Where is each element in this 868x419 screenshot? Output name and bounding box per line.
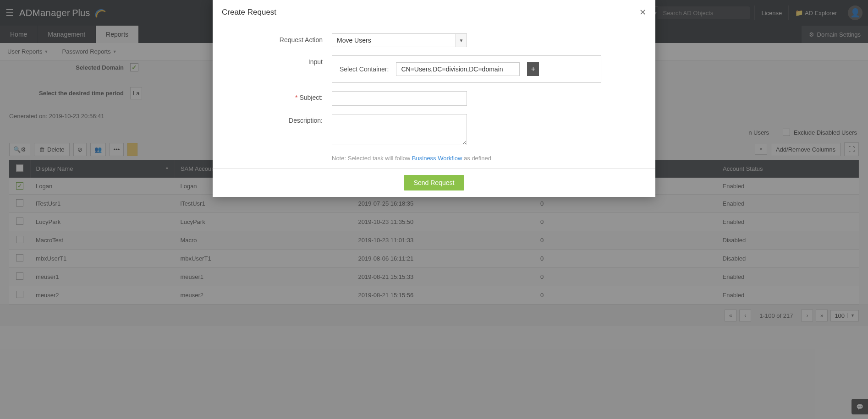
subject-input[interactable]	[332, 91, 467, 106]
modal-overlay: Create Request ✕ Request Action Move Use…	[0, 0, 868, 419]
select-container-label: Select Container:	[340, 65, 389, 73]
business-workflow-link[interactable]: Business Workflow	[412, 155, 462, 162]
modal-footer: Send Request	[213, 168, 655, 197]
request-action-select[interactable]: Move Users ▼	[332, 33, 467, 47]
note-suffix: as defined	[462, 155, 491, 162]
note-prefix: Note: Selected task will follow	[332, 155, 412, 162]
input-row: Input Select Container: CN=Users,DC=divi…	[231, 55, 637, 83]
modal-body: Request Action Move Users ▼ Input Select…	[213, 24, 655, 168]
modal-header: Create Request ✕	[213, 0, 655, 24]
request-action-row: Request Action Move Users ▼	[231, 33, 637, 47]
description-row: Description:	[231, 114, 637, 147]
request-action-value: Move Users	[332, 33, 456, 47]
workflow-note: Note: Selected task will follow Business…	[332, 155, 637, 162]
create-request-modal: Create Request ✕ Request Action Move Use…	[213, 0, 655, 197]
chevron-down-icon: ▼	[456, 33, 467, 47]
subject-label: *Subject:	[231, 91, 332, 101]
input-label: Input	[231, 55, 332, 65]
add-container-button[interactable]: +	[527, 62, 539, 76]
description-textarea[interactable]	[332, 114, 467, 145]
request-action-label: Request Action	[231, 33, 332, 44]
send-request-button[interactable]: Send Request	[404, 175, 465, 190]
modal-title: Create Request	[222, 8, 276, 17]
modal-close-button[interactable]: ✕	[639, 7, 646, 17]
required-star-icon: *	[295, 94, 297, 101]
description-label: Description:	[231, 114, 332, 124]
container-path-display: CN=Users,DC=division,DC=domain	[396, 62, 520, 76]
input-container-box: Select Container: CN=Users,DC=division,D…	[332, 55, 601, 83]
subject-row: *Subject:	[231, 91, 637, 106]
